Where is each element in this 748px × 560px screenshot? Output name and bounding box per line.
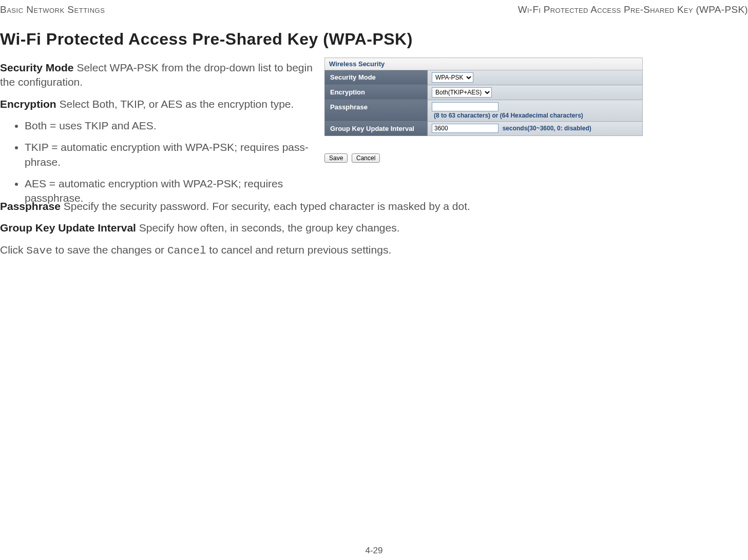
gkui-hint: seconds(30~3600, 0: disabled) [503, 125, 591, 132]
row-field-security-mode: WPA-PSK [428, 70, 643, 85]
row-label-gkui: Group Key Update Interval [325, 122, 428, 136]
list-item: Both = uses TKIP and AES. [25, 119, 316, 133]
para-passphrase: Passphrase Specify the security password… [0, 199, 719, 214]
list-item: TKIP = automatic encryption with WPA-PSK… [25, 140, 316, 169]
wireless-security-table: Wireless Security Security Mode WPA-PSK … [324, 57, 643, 136]
label-gkui: Group Key Update Interval [0, 222, 136, 234]
gkui-input[interactable] [432, 124, 498, 133]
body-text-column: Security Mode Select WPA-PSK from the dr… [0, 61, 316, 213]
row-label-passphrase: Passphrase [325, 100, 428, 122]
security-mode-select[interactable]: WPA-PSK [432, 72, 473, 83]
para-gkui: Group Key Update Interval Specify how of… [0, 221, 719, 235]
section-header: Wireless Security [325, 58, 643, 70]
row-field-encryption: Both(TKIP+AES) [428, 85, 643, 100]
passphrase-input[interactable] [432, 102, 498, 111]
row-label-security-mode: Security Mode [325, 70, 428, 85]
table-row: Security Mode WPA-PSK [325, 70, 643, 85]
text-gkui: Specify how often, in seconds, the group… [136, 222, 400, 234]
body-text-fullwidth: Passphrase Specify the security password… [0, 199, 719, 265]
header-left: Basic Network Settings [0, 4, 105, 15]
cancel-button[interactable]: Cancel [352, 153, 380, 163]
row-field-gkui: seconds(30~3600, 0: disabled) [428, 122, 643, 136]
para-security-mode: Security Mode Select WPA-PSK from the dr… [0, 61, 316, 90]
click-mid: to save the changes or [52, 244, 167, 256]
row-label-encryption: Encryption [325, 85, 428, 100]
table-row: Passphrase (8 to 63 characters) or (64 H… [325, 100, 643, 122]
label-security-mode: Security Mode [0, 62, 74, 73]
header-right: Wi-Fi Protected Access Pre-Shared Key (W… [518, 4, 748, 15]
para-save-cancel: Click Save to save the changes or Cancel… [0, 243, 719, 258]
click-suffix: to cancel and return previous settings. [206, 244, 392, 256]
cancel-mono: Cancel [167, 245, 206, 257]
page-title: Wi-Fi Protected Access Pre-Shared Key (W… [0, 30, 413, 49]
table-row: Group Key Update Interval seconds(30~360… [325, 122, 643, 136]
click-prefix: Click [0, 244, 26, 256]
encryption-bullet-list: Both = uses TKIP and AES. TKIP = automat… [0, 119, 316, 206]
text-encryption: Select Both, TKIP, or AES as the encrypt… [56, 98, 294, 110]
save-mono: Save [26, 245, 52, 257]
text-passphrase: Specify the security password. For secur… [61, 200, 470, 212]
save-button[interactable]: Save [324, 153, 348, 163]
button-row: Save Cancel [324, 151, 643, 165]
table-row: Encryption Both(TKIP+AES) [325, 85, 643, 100]
passphrase-hint: (8 to 63 characters) or (64 Hexadecimal … [434, 112, 583, 119]
para-encryption: Encryption Select Both, TKIP, or AES as … [0, 97, 316, 111]
wireless-security-panel: Wireless Security Security Mode WPA-PSK … [324, 57, 643, 165]
row-field-passphrase: (8 to 63 characters) or (64 Hexadecimal … [428, 100, 643, 122]
page-number: 4-29 [365, 546, 382, 556]
label-encryption: Encryption [0, 98, 56, 110]
label-passphrase: Passphrase [0, 200, 61, 212]
encryption-select[interactable]: Both(TKIP+AES) [432, 87, 492, 98]
